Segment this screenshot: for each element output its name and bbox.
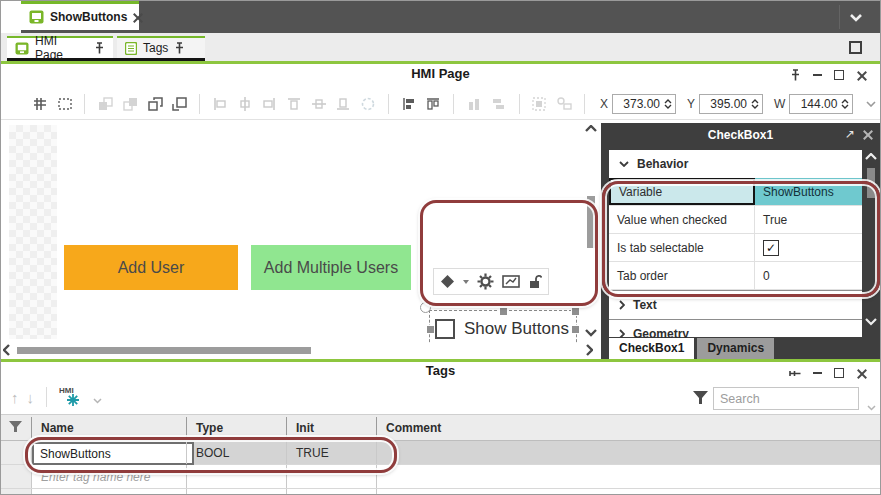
dynamics-trend-icon[interactable] [502, 274, 520, 289]
property-value[interactable]: ✓ [755, 234, 862, 261]
tab-list-chevron-down-icon[interactable] [839, 5, 872, 29]
maximize-icon[interactable] [830, 67, 848, 83]
add-multiple-users-button-widget[interactable]: Add Multiple Users [251, 245, 411, 290]
gear-icon[interactable] [477, 273, 494, 290]
float-panel-icon[interactable]: ↗ [845, 127, 855, 141]
minimize-icon[interactable] [808, 365, 826, 381]
maximize-icon[interactable] [849, 41, 862, 54]
resize-handle-right[interactable] [571, 325, 580, 334]
send-to-back-icon[interactable] [146, 95, 164, 113]
resize-handle-top[interactable] [499, 307, 508, 316]
unlock-icon[interactable] [528, 274, 542, 289]
hmi-window-controls [786, 67, 870, 83]
hmi-screen-icon [29, 10, 44, 24]
edit-selection-icon [531, 95, 549, 113]
tag-init-cell[interactable]: TRUE [286, 441, 376, 464]
property-value[interactable]: True [755, 206, 862, 233]
tab-tags[interactable]: Tags [117, 36, 205, 58]
x-input[interactable]: 373.00 [612, 94, 676, 114]
tab-label: Tags [143, 41, 168, 55]
close-icon[interactable] [852, 365, 870, 381]
filter-rows-icon[interactable] [9, 421, 22, 433]
row-selector-cell[interactable] [1, 441, 32, 464]
close-icon[interactable] [852, 67, 870, 83]
search-box[interactable] [713, 387, 859, 410]
maximize-icon[interactable] [830, 365, 848, 381]
column-header-name[interactable]: Name [31, 415, 186, 440]
pin-icon[interactable] [786, 67, 804, 83]
toolbar-overflow-chevron-icon[interactable] [862, 95, 880, 113]
tag-type-cell[interactable]: BOOL [186, 441, 286, 464]
properties-window-controls: ↗ [845, 127, 872, 141]
bring-to-front-icon[interactable] [170, 95, 188, 113]
filter-icon[interactable] [693, 391, 708, 405]
checkbox-box[interactable] [435, 319, 455, 339]
tag-name-editor[interactable]: ShowButtons [32, 442, 194, 465]
w-input[interactable]: 144.00 [789, 94, 853, 114]
align-middle-icon [310, 95, 328, 113]
tab-showbuttons[interactable]: ShowButtons [21, 1, 139, 30]
horizontal-scroll-thumb[interactable] [17, 347, 311, 354]
column-header-type[interactable]: Type [186, 415, 286, 440]
grid-icon[interactable] [31, 95, 49, 113]
tab-checkbox1[interactable]: CheckBox1 [609, 338, 694, 359]
spinner-icon[interactable] [751, 99, 759, 109]
property-value[interactable]: ShowButtons [755, 178, 862, 205]
property-label: Tab order [609, 262, 755, 289]
empty-row [1, 489, 880, 495]
toolbar-separator [46, 387, 47, 407]
property-row-tab-order[interactable]: Tab order 0 [609, 262, 862, 290]
resize-handle-top-right[interactable] [571, 307, 580, 316]
close-icon[interactable] [863, 130, 872, 139]
unpin-icon[interactable] [786, 365, 804, 381]
property-row-is-tab-selectable[interactable]: Is tab selectable ✓ [609, 234, 862, 262]
spinner-icon[interactable] [841, 99, 849, 109]
vertical-scroll-thumb[interactable] [587, 196, 595, 248]
make-same-width-icon[interactable] [400, 95, 418, 113]
add-user-button-widget[interactable]: Add User [64, 245, 238, 290]
canvas-horizontal-scrollbar[interactable] [1, 343, 599, 357]
tag-comment-cell[interactable] [376, 441, 576, 464]
tab-hmi-page[interactable]: HMI Page [7, 36, 113, 58]
tags-panel-title: Tags [1, 363, 880, 378]
column-header-init[interactable]: Init [286, 415, 376, 440]
search-dropdown-chevron-icon[interactable] [867, 405, 876, 411]
minimize-icon[interactable] [808, 67, 826, 83]
search-input[interactable] [714, 392, 881, 406]
pin-icon[interactable] [94, 42, 105, 55]
property-row-variable[interactable]: Variable ShowButtons [609, 178, 862, 206]
make-same-height-icon[interactable] [425, 95, 443, 113]
fill-dropdown-icon[interactable] [463, 280, 469, 284]
new-tag-dropdown-chevron-icon[interactable] [93, 398, 102, 404]
marquee-select-icon[interactable] [56, 95, 74, 113]
properties-scrollbar[interactable] [862, 150, 880, 337]
checked-checkbox[interactable]: ✓ [763, 240, 779, 256]
section-text[interactable]: Text [609, 290, 862, 319]
pin-icon[interactable] [174, 42, 185, 55]
scroll-thumb[interactable] [867, 168, 875, 198]
rotation-handle[interactable] [420, 302, 431, 313]
tags-panel: Tags ↑ ↓ HMI Na [1, 359, 880, 494]
widget-label: Add User [118, 259, 185, 277]
property-row-value-when-checked[interactable]: Value when checked True [609, 206, 862, 234]
fill-color-icon[interactable] [440, 274, 455, 289]
spinner-icon[interactable] [664, 99, 672, 109]
tag-name-placeholder[interactable]: Enter tag name here [31, 465, 186, 488]
align-center-icon [236, 95, 254, 113]
section-behavior[interactable]: Behavior [609, 150, 862, 178]
align-left-icon [211, 95, 229, 113]
new-tag-row[interactable]: Enter tag name here [1, 465, 880, 489]
tab-dynamics[interactable]: Dynamics [697, 338, 774, 359]
property-value[interactable]: 0 [755, 262, 862, 289]
y-input[interactable]: 395.00 [699, 94, 763, 114]
document-tab-bar: ShowButtons [1, 1, 880, 33]
tag-row-showbuttons[interactable]: ShowButtons BOOL TRUE [1, 441, 880, 465]
new-hmi-tag-button[interactable]: HMI [59, 386, 85, 408]
properties-panel-title: CheckBox1 [601, 128, 880, 142]
column-header-comment[interactable]: Comment [376, 415, 496, 440]
canvas-vertical-scrollbar[interactable] [583, 123, 599, 343]
row-selector-cell[interactable] [1, 465, 32, 488]
tab-label: ShowButtons [50, 10, 127, 24]
hmi-canvas[interactable]: Add User Add Multiple Users Show Buttons [1, 121, 599, 343]
resize-handle-left[interactable] [426, 325, 435, 334]
